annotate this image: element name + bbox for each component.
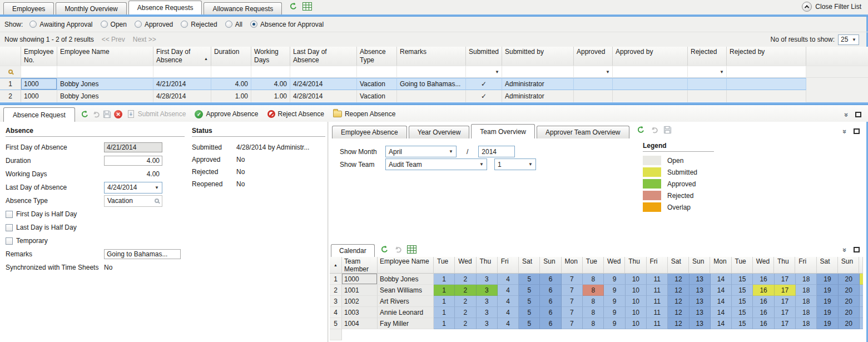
calendar-day-4[interactable]: 4 bbox=[498, 285, 519, 296]
column-header-fri-18[interactable]: Fri bbox=[795, 257, 816, 274]
filter-input-approved-by[interactable] bbox=[613, 66, 688, 78]
cell-employee-name[interactable]: Fay Miller bbox=[378, 318, 434, 329]
maximize-pane-icon[interactable] bbox=[854, 128, 860, 134]
first-day-input[interactable]: 4/21/2014 bbox=[104, 142, 162, 152]
close-filter-list-button[interactable]: Close Filter List bbox=[802, 2, 861, 12]
cell-team-member[interactable]: 1000 bbox=[342, 274, 378, 285]
grid-search-cell[interactable] bbox=[0, 66, 21, 78]
calendar-day-4[interactable]: 4 bbox=[498, 318, 519, 329]
calendar-day-6[interactable]: 6 bbox=[540, 285, 561, 296]
calendar-day-6[interactable]: 6 bbox=[540, 318, 561, 329]
calendar-day-13[interactable]: 13 bbox=[690, 274, 711, 285]
calendar-day-20[interactable]: 20 bbox=[839, 296, 860, 307]
refresh-icon[interactable] bbox=[637, 126, 645, 136]
calendar-day-13[interactable]: 13 bbox=[690, 307, 711, 318]
calendar-day-7[interactable]: 7 bbox=[562, 274, 583, 285]
calendar-day-16[interactable]: 16 bbox=[753, 274, 774, 285]
column-header-thu-17[interactable]: Thu bbox=[774, 257, 795, 274]
calendar-row[interactable]: 51004Fay Miller1234567891011121314151617… bbox=[330, 318, 863, 329]
column-header-sun-13[interactable]: Sun bbox=[689, 257, 710, 274]
column-header-submitted-by[interactable]: Submitted by bbox=[502, 47, 574, 66]
cell-submitted[interactable]: ✓ bbox=[466, 78, 502, 90]
calendar-day-7[interactable]: 7 bbox=[562, 307, 583, 318]
cell-remarks[interactable]: Going to Bahamas... bbox=[397, 78, 466, 90]
cell-team-member[interactable]: 1002 bbox=[342, 296, 378, 307]
calendar-day-19[interactable]: 19 bbox=[817, 318, 838, 329]
calendar-day-15[interactable]: 15 bbox=[732, 318, 753, 329]
calendar-day-1[interactable]: 1 bbox=[434, 307, 455, 318]
column-header-first-day-of-absence[interactable]: First Day of Absence▲ bbox=[153, 47, 211, 66]
undo-icon[interactable] bbox=[91, 107, 102, 121]
filter-input-submitted[interactable]: ▼ bbox=[466, 66, 502, 78]
calendar-day-18[interactable]: 18 bbox=[796, 274, 817, 285]
filter-input-last-day-of-absence[interactable] bbox=[290, 66, 357, 78]
cell-approved[interactable] bbox=[574, 90, 613, 102]
column-header-submitted[interactable]: Submitted bbox=[466, 47, 502, 66]
calendar-day-18[interactable]: 18 bbox=[796, 285, 817, 296]
calendar-day-16[interactable]: 16 bbox=[753, 307, 774, 318]
column-header-wed-16[interactable]: Wed bbox=[753, 257, 774, 274]
calendar-day-8[interactable]: 8 bbox=[583, 307, 604, 318]
filter-input-rejected[interactable]: ▼ bbox=[688, 66, 727, 78]
calendar-day-8[interactable]: 8 bbox=[583, 274, 604, 285]
cell-approved[interactable] bbox=[574, 78, 613, 90]
calendar-day-19[interactable]: 19 bbox=[817, 274, 838, 285]
calendar-day-9[interactable]: 9 bbox=[604, 318, 625, 329]
filter-input-duration[interactable] bbox=[211, 66, 251, 78]
calendar-day-19[interactable]: 19 bbox=[817, 307, 838, 318]
table-row[interactable]: 21000Bobby Jones4/28/20141.001.004/28/20… bbox=[0, 90, 868, 102]
calendar-day-1[interactable]: 1 bbox=[434, 274, 455, 285]
calendar-day-2[interactable]: 2 bbox=[455, 318, 476, 329]
cell-employee-name[interactable]: Bobby Jones bbox=[57, 78, 153, 90]
calendar-day-11[interactable]: 11 bbox=[647, 318, 668, 329]
cell-submitted-by[interactable]: Administrator bbox=[502, 78, 574, 90]
maximize-pane-icon[interactable] bbox=[854, 247, 860, 252]
calendar-day-17-submitted[interactable]: 17 bbox=[775, 285, 796, 296]
calendar-day-14[interactable]: 14 bbox=[711, 274, 732, 285]
checkbox-icon[interactable] bbox=[6, 224, 13, 231]
column-header-tue-15[interactable]: Tue bbox=[732, 257, 753, 274]
filter-input-submitted-by[interactable] bbox=[502, 66, 574, 78]
column-header-thu-10[interactable]: Thu bbox=[625, 257, 646, 274]
cell-remarks[interactable] bbox=[397, 90, 466, 102]
cell-team-member[interactable]: 1001 bbox=[342, 285, 378, 296]
calendar-day-18[interactable]: 18 bbox=[796, 307, 817, 318]
submit-absence-button[interactable]: Submit Absence bbox=[125, 107, 189, 121]
radio-open[interactable]: Open bbox=[101, 21, 127, 28]
tab-year-overview[interactable]: Year Overview bbox=[409, 126, 470, 138]
column-header-rejected-by[interactable]: Rejected by bbox=[727, 47, 806, 66]
column-header-duration[interactable]: Duration bbox=[211, 47, 251, 66]
calendar-day-1-approved[interactable]: 1 bbox=[434, 285, 455, 296]
calendar-day-2-approved[interactable]: 2 bbox=[455, 285, 476, 296]
calendar-day-9[interactable]: 9 bbox=[604, 274, 625, 285]
column-header-wed-2[interactable]: Wed bbox=[455, 257, 476, 274]
calendar-day-9[interactable]: 9 bbox=[604, 285, 625, 296]
cell-absence-type[interactable]: Vacation bbox=[357, 90, 397, 102]
cell-duration[interactable]: 4.00 bbox=[211, 78, 251, 90]
calendar-day-14[interactable]: 14 bbox=[711, 318, 732, 329]
calendar-day-10[interactable]: 10 bbox=[626, 285, 647, 296]
calendar-day-4[interactable]: 4 bbox=[498, 307, 519, 318]
calendar-row[interactable]: 11000Bobby Jones123456789101112131415161… bbox=[330, 274, 863, 285]
last-day-select[interactable]: 4/24/2014 ▼ bbox=[104, 182, 162, 194]
calendar-day-12[interactable]: 12 bbox=[668, 296, 689, 307]
calendar-day-8[interactable]: 8 bbox=[583, 318, 604, 329]
cell-employee-no-[interactable]: 1000 bbox=[21, 78, 57, 90]
tab-allowance-requests[interactable]: Allowance Requests bbox=[204, 2, 282, 14]
calendar-day-3-approved[interactable]: 3 bbox=[477, 285, 498, 296]
prev-page-link[interactable]: << Prev bbox=[102, 36, 125, 43]
table-icon[interactable] bbox=[302, 2, 312, 12]
calendar-day-20[interactable]: 20 bbox=[839, 307, 860, 318]
calendar-day-5[interactable]: 5 bbox=[519, 296, 540, 307]
column-header-fri-11[interactable]: Fri bbox=[647, 257, 668, 274]
radio-absence-for-approval[interactable]: Absence for Approval bbox=[250, 21, 324, 28]
approve-absence-button[interactable]: ✓ Approve Absence bbox=[192, 107, 260, 121]
collapse-pane-icon[interactable]: » bbox=[841, 247, 849, 251]
calendar-day-5[interactable]: 5 bbox=[519, 318, 540, 329]
calendar-day-11[interactable]: 11 bbox=[647, 274, 668, 285]
calendar-day-17[interactable]: 17 bbox=[775, 296, 796, 307]
tab-employees[interactable]: Employees bbox=[3, 2, 54, 14]
page-size-select[interactable]: 25 ▼ bbox=[838, 34, 859, 45]
column-header-tue-1[interactable]: Tue bbox=[434, 257, 455, 274]
calendar-day-1[interactable]: 1 bbox=[434, 296, 455, 307]
